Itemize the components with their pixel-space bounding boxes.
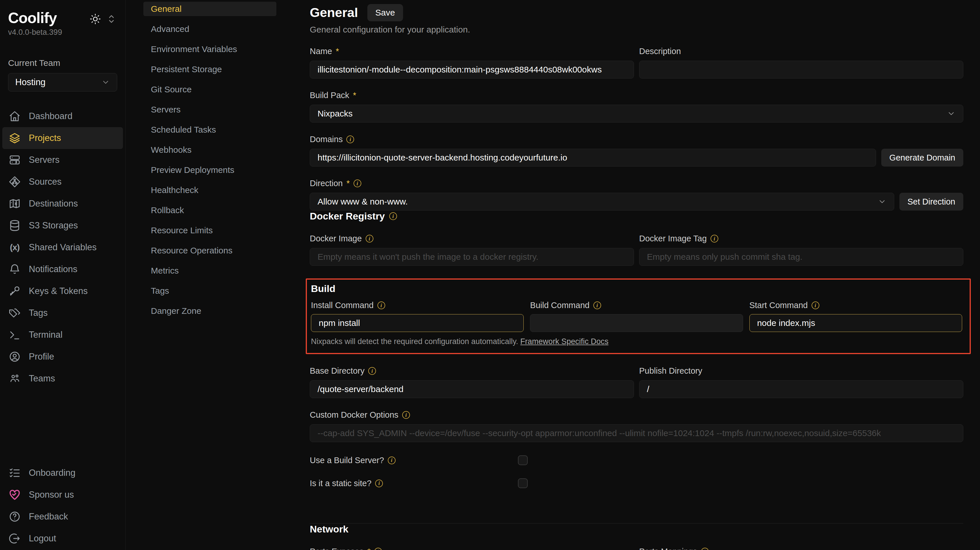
network-heading: Network <box>310 523 963 535</box>
bell-icon <box>9 263 21 275</box>
subnav-item-servers[interactable]: Servers <box>143 102 276 117</box>
subnav-item-danger-zone[interactable]: Danger Zone <box>143 304 276 318</box>
sidebar-item-notifications[interactable]: Notifications <box>2 258 123 280</box>
domains-input[interactable] <box>310 149 876 166</box>
subnav-item-resource-operations[interactable]: Resource Operations <box>143 243 276 258</box>
page-title: General <box>310 5 358 20</box>
subnav-item-webhooks[interactable]: Webhooks <box>143 143 276 157</box>
docker-registry-heading: Docker Registry i <box>310 211 963 222</box>
sidebar-item-onboarding[interactable]: Onboarding <box>2 462 123 484</box>
sidebar-item-sponsor[interactable]: Sponsor us <box>2 484 123 506</box>
subnav-item-rollback[interactable]: Rollback <box>143 203 276 217</box>
main-content: General Save General configuration for y… <box>310 0 980 550</box>
info-icon[interactable]: i <box>388 456 396 464</box>
set-direction-button[interactable]: Set Direction <box>899 193 963 211</box>
info-icon[interactable]: i <box>346 135 354 143</box>
info-icon[interactable]: i <box>389 212 397 220</box>
build-command-input[interactable] <box>530 314 743 332</box>
nixpacks-note: Nixpacks will detect the required config… <box>311 337 962 346</box>
direction-label: Direction* i <box>310 179 963 188</box>
name-input[interactable] <box>310 61 634 79</box>
sidebar-item-sources[interactable]: Sources <box>2 171 123 193</box>
users-icon <box>9 372 21 385</box>
docker-image-tag-label: Docker Image Tag i <box>639 234 963 243</box>
info-icon[interactable]: i <box>402 411 410 419</box>
ports-exposes-label: Ports Exposes* i <box>310 547 634 550</box>
generate-domain-button[interactable]: Generate Domain <box>881 149 963 166</box>
sidebar-item-terminal[interactable]: Terminal <box>2 324 123 346</box>
annotation-highlight-box: Build Install Command i Build Command i … <box>306 279 971 354</box>
subnav-item-general[interactable]: General <box>143 2 276 16</box>
required-asterisk: * <box>353 90 356 100</box>
theme-sun-icon[interactable] <box>89 13 101 26</box>
base-directory-label: Base Directory i <box>310 366 634 376</box>
required-asterisk: * <box>336 47 339 56</box>
sidebar-item-profile[interactable]: Profile <box>2 346 123 368</box>
start-command-input[interactable] <box>749 314 962 332</box>
docker-image-tag-input[interactable] <box>639 248 963 266</box>
build-heading: Build <box>311 283 962 294</box>
info-icon[interactable]: i <box>375 480 383 487</box>
install-command-input[interactable] <box>311 314 524 332</box>
info-icon[interactable]: i <box>366 235 374 243</box>
publish-directory-input[interactable] <box>639 380 963 398</box>
user-circle-icon <box>9 351 21 363</box>
sidebar-item-tags[interactable]: Tags <box>2 302 123 324</box>
domains-label: Domains i <box>310 135 963 144</box>
info-icon[interactable]: i <box>711 235 718 243</box>
info-icon[interactable]: i <box>701 548 709 550</box>
list-checks-icon <box>9 467 21 479</box>
subnav-item-preview-deployments[interactable]: Preview Deployments <box>143 163 276 177</box>
sidebar-item-servers[interactable]: Servers <box>2 149 123 171</box>
description-input[interactable] <box>639 61 963 79</box>
start-command-label: Start Command i <box>749 301 962 310</box>
description-label: Description <box>639 47 963 56</box>
subnav-item-persistent-storage[interactable]: Persistent Storage <box>143 62 276 76</box>
info-icon[interactable]: i <box>811 301 819 309</box>
team-select[interactable]: Hosting <box>8 73 117 92</box>
sidebar-item-keys-tokens[interactable]: Keys & Tokens <box>2 280 123 302</box>
info-icon[interactable]: i <box>374 548 382 550</box>
info-icon[interactable]: i <box>368 367 376 375</box>
chevron-down-icon <box>878 197 886 206</box>
static-site-checkbox[interactable] <box>518 479 528 488</box>
sidebar-item-feedback[interactable]: Feedback <box>2 506 123 528</box>
info-icon[interactable]: i <box>353 179 361 187</box>
docker-image-input[interactable] <box>310 248 634 266</box>
subnav-item-resource-limits[interactable]: Resource Limits <box>143 223 276 238</box>
page-subtitle: General configuration for your applicati… <box>310 25 963 35</box>
sidebar-item-teams[interactable]: Teams <box>2 368 123 390</box>
subnav-item-tags[interactable]: Tags <box>143 284 276 298</box>
framework-docs-link[interactable]: Framework Specific Docs <box>520 337 608 346</box>
sidebar-item-s3-storages[interactable]: S3 Storages <box>2 215 123 236</box>
app-logo: Coolify <box>8 10 57 26</box>
sidebar-item-dashboard[interactable]: Dashboard <box>2 105 123 127</box>
docker-image-label: Docker Image i <box>310 234 634 243</box>
custom-docker-options-input[interactable] <box>310 424 963 442</box>
braces-x-icon: (x) <box>9 241 21 254</box>
help-circle-icon <box>9 510 21 523</box>
sidebar-footer: Onboarding Sponsor us Feedback Logout <box>2 462 123 549</box>
tags-icon <box>9 307 21 319</box>
direction-select[interactable]: Allow www & non-www. <box>310 193 894 211</box>
sidebar-item-shared-variables[interactable]: (x) Shared Variables <box>2 236 123 258</box>
sidebar-item-destinations[interactable]: Destinations <box>2 193 123 215</box>
use-build-server-checkbox[interactable] <box>518 455 528 465</box>
subnav-item-healthcheck[interactable]: Healthcheck <box>143 183 276 197</box>
subnav-item-environment-variables[interactable]: Environment Variables <box>143 42 276 56</box>
subnav-item-scheduled-tasks[interactable]: Scheduled Tasks <box>143 122 276 137</box>
info-icon[interactable]: i <box>377 301 385 309</box>
info-icon[interactable]: i <box>593 301 601 309</box>
subnav-item-advanced[interactable]: Advanced <box>143 22 276 36</box>
subnav-item-git-source[interactable]: Git Source <box>143 82 276 97</box>
chevrons-up-down-icon[interactable] <box>106 13 117 26</box>
map-icon <box>9 198 21 210</box>
server-icon <box>9 154 21 166</box>
base-directory-input[interactable] <box>310 380 634 398</box>
chevron-down-icon <box>101 78 110 87</box>
save-button[interactable]: Save <box>368 4 403 21</box>
subnav-item-metrics[interactable]: Metrics <box>143 263 276 278</box>
sidebar-item-logout[interactable]: Logout <box>2 528 123 549</box>
sidebar-item-projects[interactable]: Projects <box>2 127 123 149</box>
build-pack-select[interactable]: Nixpacks <box>310 105 963 122</box>
